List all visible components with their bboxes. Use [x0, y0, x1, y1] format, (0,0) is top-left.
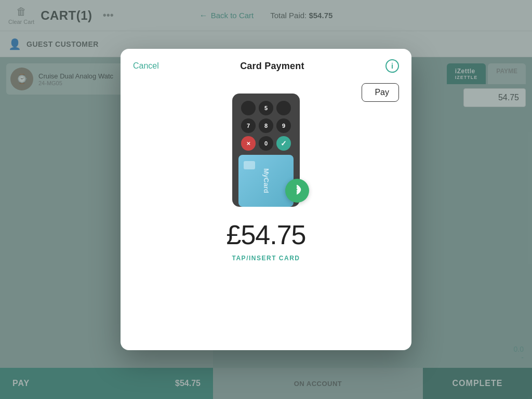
card-text: MyCard — [262, 168, 270, 193]
modal-title: Card Payment — [240, 61, 304, 72]
key-7: 7 — [241, 118, 256, 133]
key-5: 5 — [259, 101, 273, 115]
nfc-icon — [291, 183, 303, 198]
key-0: 0 — [259, 136, 273, 151]
modal-header: Cancel Card Payment i — [121, 49, 411, 78]
modal-body: Pay 5 7 8 9 — [121, 78, 411, 350]
key-8: 8 — [259, 118, 273, 133]
tap-insert-label: TAP/INSERT CARD — [232, 255, 300, 262]
apple-pay-button[interactable]: Pay — [362, 83, 399, 102]
card-chip — [244, 161, 255, 169]
keypad-row-2: 7 8 9 — [238, 118, 294, 133]
key-confirm: ✓ — [276, 136, 291, 151]
card-slot: MyCard — [238, 155, 294, 207]
key-6 — [276, 101, 291, 115]
payment-amount: £54.75 — [226, 219, 305, 250]
key-9: 9 — [276, 118, 291, 133]
keypad-row-hidden: 5 — [238, 101, 294, 115]
info-icon[interactable]: i — [385, 59, 399, 73]
card-payment-modal: Cancel Card Payment i Pay 5 — [121, 49, 411, 350]
nfc-badge — [285, 179, 309, 203]
card-reader-illustration: 5 7 8 9 ✕ 0 ✓ — [232, 94, 300, 207]
key-4 — [241, 101, 256, 115]
key-cancel: ✕ — [241, 136, 256, 151]
keypad-row-3: ✕ 0 ✓ — [238, 136, 294, 151]
modal-overlay: Cancel Card Payment i Pay 5 — [0, 0, 532, 399]
cancel-button[interactable]: Cancel — [133, 61, 159, 71]
apple-pay-label: Pay — [375, 88, 389, 97]
